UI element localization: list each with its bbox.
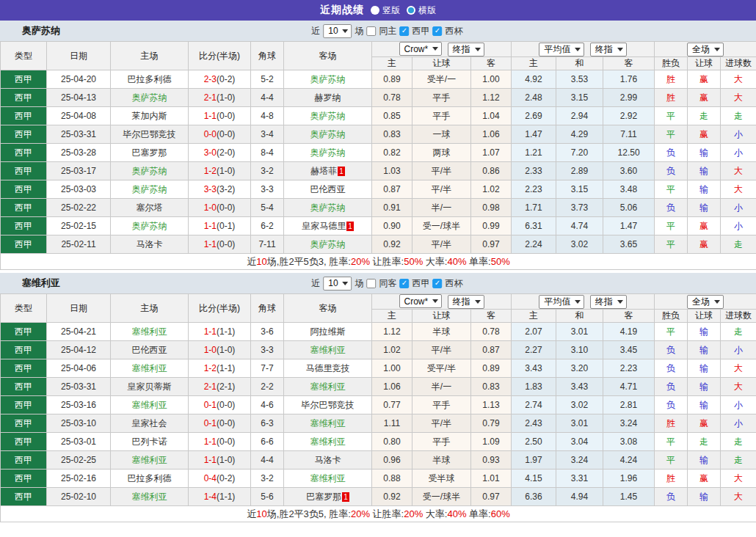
- away-team-link[interactable]: 毕尔巴鄂竞技: [284, 396, 372, 414]
- away-team-link[interactable]: 奥萨苏纳: [284, 125, 372, 144]
- copa-checkbox[interactable]: ✓: [433, 279, 443, 288]
- corner-cell: 5-4: [251, 199, 284, 217]
- summary-segment: 20%: [351, 256, 370, 267]
- score-cell: 1-1(0-0): [189, 433, 251, 451]
- away-team-link[interactable]: 塞维利亚: [284, 414, 372, 433]
- avg-away-odds: 4.71: [603, 378, 655, 396]
- home-team-link[interactable]: 莱加内斯: [111, 107, 189, 125]
- crow-odds-select[interactable]: Crow*: [399, 42, 443, 56]
- summary-line: 近10场,胜2平3负5, 胜率:20% 让胜率:20% 大率:40% 单率:60…: [1, 506, 756, 522]
- away-team-link[interactable]: 阿拉维斯: [284, 323, 372, 341]
- away-team-link[interactable]: 奥萨苏纳: [284, 144, 372, 162]
- radio-horizontal-icon[interactable]: [407, 6, 415, 15]
- away-team-link[interactable]: 奥萨苏纳: [284, 70, 372, 89]
- away-team-link[interactable]: 马德里竞技: [284, 359, 372, 378]
- handicap-line: 平手: [412, 107, 471, 125]
- summary-segment: 40%: [447, 256, 466, 267]
- filters: 近 10 场 同主 ✓ 西甲 ✓ 西杯: [311, 24, 462, 38]
- laliga-checkbox[interactable]: ✓: [400, 279, 410, 288]
- league-cell: 西甲: [1, 125, 47, 144]
- away-team-link[interactable]: 巴塞罗那1: [284, 488, 372, 506]
- handicap-away-odds: 0.93: [471, 451, 512, 470]
- avg-away-odds: 3.24: [603, 414, 655, 433]
- home-team-link[interactable]: 塞维利亚: [111, 323, 189, 341]
- home-team-link[interactable]: 皇家贝蒂斯: [111, 378, 189, 396]
- goals-result: 大: [721, 89, 756, 107]
- away-team-link[interactable]: 奥萨苏纳: [284, 199, 372, 217]
- crow-final-select[interactable]: 终指: [448, 43, 484, 56]
- goals-result: 小: [721, 199, 756, 217]
- score-cell: 0-4(0-2): [189, 470, 251, 488]
- avg-draw-odds: 3.01: [556, 414, 603, 433]
- laliga-checkbox[interactable]: ✓: [400, 26, 410, 36]
- home-team-link[interactable]: 马洛卡: [111, 235, 189, 254]
- col-handicap-result: 让球: [688, 57, 721, 70]
- away-team-link[interactable]: 塞维利亚: [284, 433, 372, 451]
- home-team-link[interactable]: 奥萨苏纳: [111, 180, 189, 199]
- home-team-link[interactable]: 皇家社会: [111, 414, 189, 433]
- summary-segment: 50%: [491, 256, 510, 267]
- games-count-select[interactable]: 10: [323, 277, 352, 291]
- home-team-link[interactable]: 巴伦西亚: [111, 341, 189, 359]
- avg-odds-select[interactable]: 平均值: [539, 295, 584, 309]
- away-team-link[interactable]: 赫罗纳: [284, 89, 372, 107]
- away-team-link[interactable]: 塞维利亚: [284, 341, 372, 359]
- crow-final-select[interactable]: 终指: [448, 295, 484, 309]
- match-row: 西甲25-03-31皇家贝蒂斯2-1(2-1)2-2塞维利亚1.06半/一0.8…: [1, 378, 756, 396]
- home-team-link[interactable]: 毕尔巴鄂竞技: [111, 125, 189, 144]
- col-date: 日期: [47, 42, 111, 70]
- summary-segment: 场,胜2平5负3, 胜率:: [267, 256, 351, 267]
- games-count-select[interactable]: 10: [323, 24, 352, 38]
- same-venue-checkbox[interactable]: [367, 26, 377, 36]
- date-cell: 25-02-25: [47, 451, 111, 470]
- col-avg-home: 主: [512, 57, 556, 70]
- avg-final-select[interactable]: 终指: [590, 295, 627, 309]
- near-label: 近: [311, 277, 320, 290]
- home-team-link[interactable]: 巴列卡诺: [111, 433, 189, 451]
- copa-checkbox[interactable]: ✓: [433, 26, 443, 36]
- home-team-link[interactable]: 巴塞罗那: [111, 144, 189, 162]
- corner-cell: 5-6: [251, 488, 284, 506]
- avg-home-odds: 1.71: [512, 199, 556, 217]
- home-team-link[interactable]: 奥萨苏纳: [111, 217, 189, 235]
- radio-vertical-layout[interactable]: 竖版: [371, 4, 400, 17]
- home-team-link[interactable]: 塞维利亚: [111, 488, 189, 506]
- same-venue-checkbox[interactable]: [367, 279, 377, 288]
- handicap-result: 赢: [688, 414, 721, 433]
- fullmatch-select[interactable]: 全场: [687, 43, 724, 56]
- avg-odds-select[interactable]: 平均值: [539, 43, 584, 56]
- handicap-home-odds: 0.92: [372, 488, 412, 506]
- home-team-link[interactable]: 巴拉多利德: [111, 70, 189, 89]
- away-team-link[interactable]: 马洛卡: [284, 451, 372, 470]
- avg-away-odds: 2.92: [603, 107, 655, 125]
- home-team-link[interactable]: 奥萨苏纳: [111, 162, 189, 180]
- away-team-link[interactable]: 奥萨苏纳: [284, 235, 372, 254]
- away-team-link[interactable]: 赫塔菲1: [284, 162, 372, 180]
- home-team-link[interactable]: 塞维利亚: [111, 396, 189, 414]
- home-team-link[interactable]: 奥萨苏纳: [111, 89, 189, 107]
- summary-segment: 大率:: [423, 508, 447, 519]
- league-cell: 西甲: [1, 378, 47, 396]
- date-cell: 25-02-10: [47, 488, 111, 506]
- home-team-link[interactable]: 塞尔塔: [111, 199, 189, 217]
- away-team-link[interactable]: 奥萨苏纳: [284, 107, 372, 125]
- home-team-link[interactable]: 巴拉多利德: [111, 470, 189, 488]
- fullmatch-select[interactable]: 全场: [687, 295, 724, 309]
- home-team-link[interactable]: 塞维利亚: [111, 359, 189, 378]
- radio-vertical-icon[interactable]: [371, 6, 379, 15]
- avg-away-odds: 3.45: [603, 341, 655, 359]
- radio-horizontal-layout[interactable]: 横版: [407, 4, 436, 17]
- handicap-result: 输: [688, 162, 721, 180]
- goals-result: 小: [721, 125, 756, 144]
- avg-final-select[interactable]: 终指: [590, 43, 627, 56]
- away-team-link[interactable]: 巴伦西亚: [284, 180, 372, 199]
- red-card-badge: 1: [346, 222, 354, 231]
- crow-odds-select[interactable]: Crow*: [399, 294, 443, 308]
- home-team-link[interactable]: 塞维利亚: [111, 451, 189, 470]
- away-team-link[interactable]: 皇家马德里1: [284, 217, 372, 235]
- handicap-away-odds: 0.79: [471, 414, 512, 433]
- away-team-link[interactable]: 塞维利亚: [284, 378, 372, 396]
- handicap-line: 平/半: [412, 180, 471, 199]
- handicap-line: 平手: [412, 433, 471, 451]
- away-team-link[interactable]: 塞维利亚: [284, 470, 372, 488]
